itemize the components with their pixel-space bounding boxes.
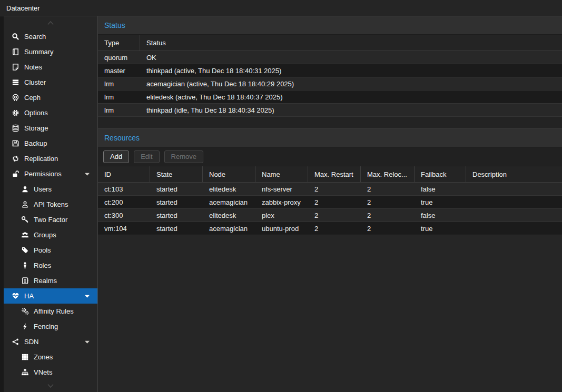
resources-cell-max-reloc: 2 (361, 183, 415, 195)
users-icon (21, 231, 29, 239)
sidebar-item-options[interactable]: Options (4, 105, 97, 120)
resources-column-header-node[interactable]: Node (203, 166, 255, 182)
sidebar-item-ceph[interactable]: Ceph (4, 90, 97, 105)
sidebar-item-label: Notes (24, 63, 42, 71)
resources-column-header-name[interactable]: Name (255, 166, 308, 182)
resources-column-header-max-restart[interactable]: Max. Restart (308, 166, 361, 182)
resources-cell-node: acemagician (203, 196, 255, 208)
sidebar-item-pools[interactable]: Pools (4, 243, 97, 258)
resources-cell-state: started (150, 222, 203, 235)
caret-down-icon[interactable] (83, 170, 91, 178)
status-table-header: TypeStatus (98, 35, 562, 51)
resources-table-row[interactable]: ct:103startedelitedesknfs-server22false (98, 183, 562, 196)
sidebar-item-label: Two Factor (34, 216, 67, 224)
sidebar-item-cluster[interactable]: Cluster (4, 75, 97, 90)
resources-cell-node: elitedesk (203, 183, 255, 195)
sidebar-item-zones[interactable]: Zones (4, 349, 97, 365)
tags-icon (21, 246, 29, 255)
remove-button[interactable]: Remove (164, 150, 203, 163)
resources-cell-state: started (150, 196, 203, 208)
resources-cell-id: ct:200 (98, 196, 150, 208)
resources-column-header-id[interactable]: ID (98, 166, 150, 182)
status-table-row[interactable]: lrmacemagician (active, Thu Dec 18 18:40… (98, 77, 562, 91)
floppy-icon (11, 139, 19, 148)
sidebar-item-label: Permissions (24, 170, 62, 178)
resources-cell-id: vm:104 (98, 222, 150, 235)
bolt-icon (21, 323, 29, 331)
status-cell-type: quorum (98, 51, 140, 64)
add-button[interactable]: Add (103, 150, 129, 163)
resources-column-header-failback[interactable]: Failback (415, 166, 466, 182)
sidebar-item-label: Affinity Rules (34, 307, 74, 315)
sidebar-item-label: Fencing (34, 323, 58, 330)
sidebar-item-vnets[interactable]: VNets (4, 365, 97, 380)
resources-table-row[interactable]: ct:300startedelitedeskplex22false (98, 209, 562, 222)
sidebar-item-two-factor[interactable]: Two Factor (4, 212, 97, 227)
caret-down-icon[interactable] (83, 338, 91, 346)
sidebar-item-users[interactable]: Users (4, 182, 97, 197)
sidebar-item-label: VNets (34, 368, 52, 376)
sidebar-item-label: Users (34, 185, 52, 193)
title-bar: Datacenter (0, 0, 562, 16)
sidebar-item-permissions[interactable]: Permissions (4, 166, 97, 182)
sidebar-item-search[interactable]: Search (4, 29, 97, 44)
sidebar-item-groups[interactable]: Groups (4, 227, 97, 243)
sidebar-item-label: Pools (34, 246, 51, 254)
ceph-icon (11, 94, 19, 102)
edit-button[interactable]: Edit (134, 150, 159, 163)
sidebar-item-label: Realms (34, 277, 57, 285)
heartbeat-icon (11, 292, 19, 300)
caret-down-icon[interactable] (83, 292, 91, 300)
resources-cell-state: started (150, 209, 203, 222)
resources-cell-id: ct:103 (98, 183, 150, 195)
sidebar-item-api-tokens[interactable]: API Tokens (4, 197, 97, 212)
resources-cell-max-reloc: 2 (361, 209, 415, 222)
status-column-header-status[interactable]: Status (140, 35, 562, 51)
status-cell-status: thinkpad (active, Thu Dec 18 18:40:31 20… (140, 64, 562, 77)
resources-cell-max-restart: 2 (308, 209, 361, 222)
sidebar-item-ha[interactable]: HA (4, 288, 97, 304)
resources-cell-failback: false (415, 183, 466, 195)
resources-column-header-description[interactable]: Description (466, 166, 562, 182)
status-table-row[interactable]: lrmelitedesk (active, Thu Dec 18 18:40:3… (98, 91, 562, 104)
sidebar-item-sdn[interactable]: SDN (4, 334, 97, 349)
resources-cell-failback: true (415, 222, 466, 235)
resources-cell-name: plex (255, 209, 308, 222)
status-table-body: quorumOKmasterthinkpad (active, Thu Dec … (98, 51, 562, 117)
status-table-row[interactable]: masterthinkpad (active, Thu Dec 18 18:40… (98, 64, 562, 77)
status-cell-type: master (98, 64, 140, 77)
sidebar-item-roles[interactable]: Roles (4, 258, 97, 273)
sidebar-item-label: Summary (24, 48, 54, 56)
sidebar-item-summary[interactable]: Summary (4, 44, 97, 59)
sidebar-item-affinity-rules[interactable]: Affinity Rules (4, 304, 97, 319)
resources-column-header-max-reloc[interactable]: Max. Reloc... (361, 166, 415, 182)
sidebar-item-storage[interactable]: Storage (4, 120, 97, 136)
sidebar-item-replication[interactable]: Replication (4, 151, 97, 166)
server-icon (11, 78, 19, 87)
sitemap-icon (21, 368, 29, 377)
sidebar-scroll-up[interactable] (4, 16, 97, 29)
sidebar-item-fencing[interactable]: Fencing (4, 319, 97, 334)
sidebar-item-label: Roles (34, 262, 51, 269)
sidebar-scroll-down[interactable] (4, 379, 97, 392)
resources-toolbar: Add Edit Remove (98, 147, 562, 166)
resources-cell-max-restart: 2 (308, 196, 361, 208)
database-icon (11, 124, 19, 133)
resources-cell-failback: false (415, 209, 466, 222)
datacenter-window: Datacenter SearchSummaryNotesClusterCeph… (0, 0, 562, 392)
resources-column-header-state[interactable]: State (150, 166, 203, 182)
resources-table-row[interactable]: ct:200startedacemagicianzabbix-proxy22tr… (98, 196, 562, 209)
sidebar-item-label: Search (24, 33, 46, 41)
resources-cell-max-restart: 2 (308, 222, 361, 235)
status-table-row[interactable]: quorumOK (98, 51, 562, 64)
status-column-header-type[interactable]: Type (98, 35, 140, 51)
resources-table-row[interactable]: vm:104startedacemagicianubuntu-prod22tru… (98, 222, 562, 235)
status-table-row[interactable]: lrmthinkpad (idle, Thu Dec 18 18:40:34 2… (98, 104, 562, 117)
sidebar-item-backup[interactable]: Backup (4, 136, 97, 151)
sidebar-item-label: Zones (34, 353, 53, 361)
sidebar-item-realms[interactable]: Realms (4, 273, 97, 288)
address-book-icon (21, 277, 29, 285)
note-icon (11, 63, 19, 72)
resources-cell-description (466, 209, 562, 222)
sidebar-item-notes[interactable]: Notes (4, 59, 97, 75)
